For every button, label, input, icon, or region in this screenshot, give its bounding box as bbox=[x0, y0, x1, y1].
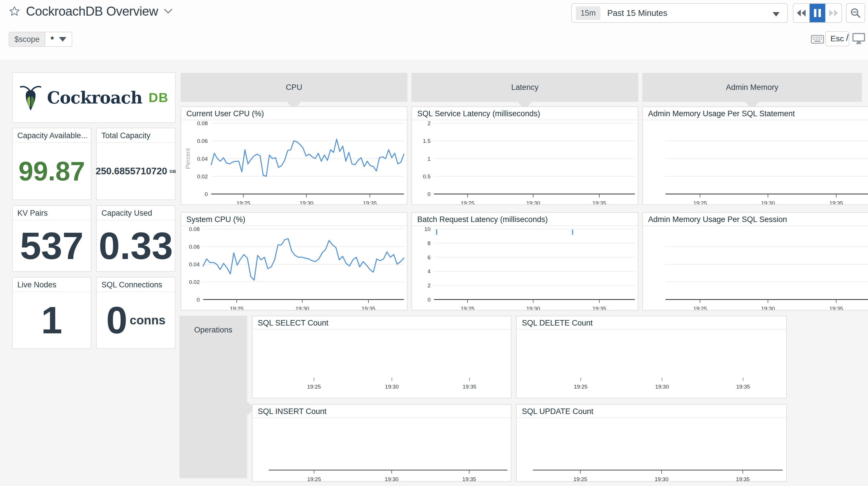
pause-button[interactable] bbox=[810, 4, 826, 22]
section-header-cpu[interactable]: CPU bbox=[181, 73, 407, 102]
svg-text:0.08: 0.08 bbox=[189, 226, 200, 232]
svg-text:0: 0 bbox=[205, 191, 208, 197]
svg-text:19:25: 19:25 bbox=[230, 306, 244, 310]
chart-admin-mem-session[interactable]: 19:2519:3019:35 bbox=[643, 226, 868, 310]
chart-current-user-cpu[interactable]: 00.020.040.060.0819:2519:3019:35Percent bbox=[181, 120, 407, 204]
panel-title: SQL DELETE Count bbox=[517, 316, 786, 330]
time-range-label: Past 15 Minutes bbox=[608, 8, 668, 18]
svg-text:19:30: 19:30 bbox=[655, 384, 669, 390]
svg-text:19:35: 19:35 bbox=[829, 306, 843, 310]
svg-text:19:35: 19:35 bbox=[462, 476, 476, 481]
esc-shortcut-button[interactable]: Esc bbox=[825, 31, 849, 46]
panel-current-user-cpu: Current User CPU (%) 00.020.040.060.0819… bbox=[181, 106, 407, 205]
svg-text:19:35: 19:35 bbox=[736, 476, 750, 481]
chart-sql-update-count[interactable]: 19:2519:3019:35 bbox=[517, 418, 786, 481]
panel-title: Batch Request Latency (milliseconds) bbox=[412, 213, 638, 226]
svg-text:19:30: 19:30 bbox=[296, 306, 309, 310]
svg-text:0.08: 0.08 bbox=[197, 120, 208, 126]
svg-text:Percent: Percent bbox=[184, 148, 191, 169]
stat-card-live-nodes: Live Nodes 1 bbox=[12, 277, 91, 349]
panel-admin-mem-statement: Admin Memory Usage Per SQL Statement 19:… bbox=[642, 106, 868, 205]
stat-card-unit: conns bbox=[130, 313, 165, 327]
rewind-button[interactable] bbox=[794, 4, 810, 22]
logo-brand-text: Cockroach bbox=[47, 88, 143, 107]
panel-sql-service-latency: SQL Service Latency (milliseconds) 00.51… bbox=[411, 106, 638, 205]
svg-text:19:30: 19:30 bbox=[655, 476, 669, 481]
svg-text:19:30: 19:30 bbox=[385, 384, 399, 390]
stat-card-capacity-used: Capacity Used 0.33 bbox=[96, 205, 176, 272]
stat-card-total-capacity: Total Capacity 250.6855710720GB bbox=[96, 128, 176, 200]
chart-admin-mem-statement[interactable]: 19:2519:3019:35 bbox=[643, 120, 868, 204]
cockroach-bug-icon bbox=[19, 83, 42, 113]
tv-mode-icon[interactable] bbox=[852, 32, 866, 45]
svg-text:0.02: 0.02 bbox=[189, 279, 200, 285]
stat-card-value: 0 bbox=[106, 298, 127, 342]
panel-title: SQL SELECT Count bbox=[252, 316, 511, 330]
star-icon[interactable] bbox=[9, 5, 20, 17]
scope-variable-value[interactable]: * bbox=[45, 32, 72, 46]
zoom-out-button[interactable] bbox=[846, 3, 865, 23]
chart-sql-insert-count[interactable]: 19:2519:3019:35 bbox=[252, 418, 511, 481]
svg-text:19:35: 19:35 bbox=[592, 306, 606, 310]
keyboard-icon[interactable] bbox=[811, 35, 824, 44]
section-header-admin-memory[interactable]: Admin Memory bbox=[642, 73, 862, 102]
svg-text:4: 4 bbox=[427, 268, 431, 275]
section-header-label: Operations bbox=[180, 325, 247, 335]
stat-card-label: Capacity Available... bbox=[13, 128, 91, 143]
stat-card-capacity-available: Capacity Available... 99.87 bbox=[12, 128, 91, 200]
stat-card-label: Total Capacity bbox=[97, 128, 175, 143]
svg-text:19:35: 19:35 bbox=[363, 200, 377, 204]
dropdown-caret-icon bbox=[773, 12, 780, 17]
svg-text:2: 2 bbox=[427, 283, 431, 289]
section-header-operations[interactable]: Operations bbox=[180, 316, 247, 478]
panel-title: Admin Memory Usage Per SQL Session bbox=[643, 213, 868, 226]
shortcut-separator: / bbox=[846, 32, 849, 43]
panel-sql-insert-count: SQL INSERT Count 19:2519:3019:35 bbox=[252, 404, 512, 482]
time-range-dropdown[interactable]: 15m Past 15 Minutes bbox=[571, 3, 788, 23]
panel-title: SQL INSERT Count bbox=[252, 405, 511, 418]
chart-batch-request-latency[interactable]: 024681019:2519:3019:35 bbox=[412, 226, 638, 310]
section-header-latency[interactable]: Latency bbox=[411, 73, 638, 102]
scope-caret-icon bbox=[59, 37, 66, 41]
logo-brand-suffix: DB bbox=[149, 90, 168, 105]
svg-text:0: 0 bbox=[427, 297, 431, 303]
chart-sql-service-latency[interactable]: 00.511.5219:2519:3019:35 bbox=[412, 120, 638, 204]
svg-text:19:30: 19:30 bbox=[300, 200, 313, 204]
dashboard-title-row: CockroachDB Overview bbox=[9, 4, 173, 19]
svg-text:19:35: 19:35 bbox=[463, 384, 476, 390]
svg-text:8: 8 bbox=[427, 240, 431, 246]
panel-title: SQL Service Latency (milliseconds) bbox=[412, 107, 638, 120]
svg-text:0: 0 bbox=[427, 191, 431, 197]
svg-text:6: 6 bbox=[427, 254, 431, 260]
stat-card-unit: GB bbox=[169, 169, 176, 174]
panel-sql-delete-count: SQL DELETE Count 19:2519:3019:35 bbox=[516, 316, 787, 398]
svg-text:19:25: 19:25 bbox=[307, 384, 321, 390]
magnifier-minus-icon bbox=[850, 7, 861, 19]
svg-text:2: 2 bbox=[427, 120, 431, 126]
svg-text:0.06: 0.06 bbox=[197, 138, 208, 144]
chart-sql-delete-count[interactable]: 19:2519:3019:35 bbox=[517, 330, 786, 398]
stat-card-value: 99.87 bbox=[19, 156, 85, 187]
svg-text:0.04: 0.04 bbox=[197, 156, 208, 162]
chart-sql-select-count[interactable]: 19:2519:3019:35 bbox=[252, 330, 511, 398]
svg-text:0.5: 0.5 bbox=[423, 173, 431, 179]
svg-text:19:25: 19:25 bbox=[693, 200, 707, 204]
svg-text:19:35: 19:35 bbox=[592, 200, 606, 204]
svg-text:19:30: 19:30 bbox=[761, 306, 775, 310]
svg-text:19:35: 19:35 bbox=[829, 200, 843, 204]
stat-card-value: 250.6855710720 bbox=[96, 166, 167, 177]
scope-variable-name: $scope bbox=[9, 32, 45, 46]
title-chevron-down-icon[interactable] bbox=[164, 8, 173, 14]
svg-text:19:25: 19:25 bbox=[307, 476, 321, 481]
svg-text:19:25: 19:25 bbox=[574, 384, 588, 390]
stat-card-value: 1 bbox=[41, 298, 62, 342]
chart-system-cpu[interactable]: 00.020.040.060.0819:2519:3019:35 bbox=[181, 226, 407, 310]
svg-text:0.04: 0.04 bbox=[189, 261, 200, 267]
stat-card-value: 0.33 bbox=[99, 224, 173, 268]
fast-forward-button[interactable] bbox=[826, 4, 841, 22]
template-variable-scope[interactable]: $scope * bbox=[9, 32, 72, 47]
svg-text:19:30: 19:30 bbox=[526, 306, 540, 310]
page-title: CockroachDB Overview bbox=[26, 4, 158, 19]
stat-card-label: SQL Connections bbox=[97, 278, 175, 292]
panel-title: Admin Memory Usage Per SQL Statement bbox=[643, 107, 868, 120]
